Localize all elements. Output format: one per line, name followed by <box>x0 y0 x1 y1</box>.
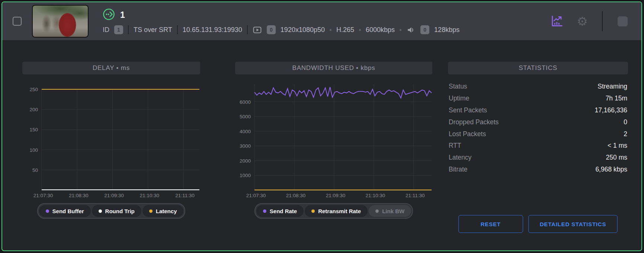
statistics-title: STATISTICS <box>448 62 628 74</box>
legend-item-retransmit-rate[interactable]: Retransmit Rate <box>305 205 368 217</box>
y-tick-label: 2000 <box>240 158 251 164</box>
stat-label: Dropped Packets <box>449 118 499 126</box>
stream-header: 1 ID 1 TS over SRT 10.65.131.93:19930 0 … <box>2 2 641 40</box>
delay-chart-title: DELAY • ms <box>22 62 200 74</box>
y-tick-label: 250 <box>29 87 38 92</box>
stat-value: 17,166,336 <box>595 106 627 114</box>
statistics-chart-button[interactable] <box>549 13 565 29</box>
stat-label: Status <box>449 83 467 90</box>
legend-item-latency[interactable]: Latency <box>142 205 184 217</box>
separator <box>602 11 603 31</box>
legend-label: Round Trip <box>105 208 135 214</box>
stop-stream-button[interactable] <box>615 13 630 29</box>
x-tick-label: 21:07:30 <box>246 193 266 198</box>
legend-dot <box>99 209 102 213</box>
statistics-rows: StatusStreamingUptime7h 15mSent Packets1… <box>448 81 628 175</box>
legend-dot <box>263 209 266 213</box>
dot-separator <box>359 29 361 31</box>
y-tick-label: 6000 <box>240 99 251 105</box>
stat-label: Latency <box>449 154 471 161</box>
legend-item-send-rate[interactable]: Send Rate <box>256 205 304 217</box>
stat-value: 7h 15m <box>606 95 627 102</box>
reset-button[interactable]: RESET <box>458 215 523 233</box>
stat-value: Streaming <box>597 83 627 90</box>
address-label: 10.65.131.93:19930 <box>183 26 242 34</box>
stream-card: 1 ID 1 TS over SRT 10.65.131.93:19930 0 … <box>1 1 642 251</box>
stat-row: Sent Packets17,166,336 <box>449 105 627 116</box>
legend-label: Latency <box>156 208 177 214</box>
y-tick-label: 3000 <box>240 143 251 149</box>
legend-item-send-buffer[interactable]: Send Buffer <box>39 205 91 217</box>
legend-item-link-bw[interactable]: Link BW <box>369 205 411 217</box>
bandwidth-chart-panel: BANDWIDTH USED • kbps 100020003000400050… <box>235 62 432 219</box>
gear-icon: ⚙ <box>577 15 588 28</box>
bandwidth-chart-title: BANDWIDTH USED • kbps <box>235 62 432 74</box>
grid-lines <box>254 84 432 190</box>
stream-info: 1 ID 1 TS over SRT 10.65.131.93:19930 0 … <box>103 8 542 35</box>
statistics-buttons: RESET DETAILED STATISTICS <box>448 215 628 233</box>
stat-label: Bitrate <box>449 166 468 173</box>
stop-icon <box>618 16 628 26</box>
select-checkbox[interactable] <box>13 17 22 26</box>
legend-dot <box>375 209 379 213</box>
video-codec-label: H.265 <box>336 26 354 34</box>
stat-row: Bitrate6,968 kbps <box>449 164 627 176</box>
stat-row: Uptime7h 15m <box>449 93 627 105</box>
audio-track-badge: 0 <box>420 25 429 34</box>
stat-row: Lost Packets2 <box>449 128 627 140</box>
y-tick-label: 100 <box>29 147 38 153</box>
separator <box>247 25 248 34</box>
stat-value: 6,968 kbps <box>595 166 627 173</box>
stat-value: < 1 ms <box>608 142 627 150</box>
stat-label: Uptime <box>449 95 469 102</box>
grid-lines <box>42 89 199 190</box>
x-tick-label: 21:08:30 <box>69 193 89 198</box>
y-tick-label: 150 <box>29 127 38 132</box>
stream-details: DELAY • ms 5010015020025021:07:3021:08:3… <box>2 40 641 251</box>
y-tick-label: 50 <box>32 167 38 173</box>
stat-label: RTT <box>449 142 461 150</box>
video-track-badge: 0 <box>267 25 276 34</box>
legend-dot <box>46 209 49 213</box>
legend-label: Link BW <box>382 208 404 214</box>
stat-row: StatusStreaming <box>449 81 627 93</box>
y-tick-label: 1000 <box>240 173 251 178</box>
stat-row: Latency250 ms <box>449 152 627 164</box>
video-track-icon <box>253 25 262 35</box>
y-tick-label: 200 <box>29 107 38 112</box>
dot-separator <box>400 29 401 31</box>
detailed-statistics-button[interactable]: DETAILED STATISTICS <box>528 215 618 233</box>
stat-row: Dropped Packets0 <box>449 116 627 128</box>
x-tick-label: 21:08:30 <box>286 193 306 198</box>
legend-label: Send Rate <box>270 208 297 214</box>
stat-row: RTT< 1 ms <box>449 140 627 152</box>
legend-item-round-trip[interactable]: Round Trip <box>92 205 141 217</box>
audio-icon <box>406 25 416 35</box>
video-resolution-label: 1920x1080p50 <box>281 26 325 34</box>
header-actions: ⚙ <box>549 11 630 31</box>
x-tick-label: 21:10:30 <box>140 193 160 198</box>
id-badge: 1 <box>114 25 123 34</box>
separator <box>177 25 178 34</box>
legend-dot <box>149 209 153 213</box>
video-thumbnail[interactable] <box>32 5 89 38</box>
audio-bitrate-label: 128kbps <box>434 26 459 34</box>
y-tick-label: 4000 <box>240 129 251 134</box>
stat-value: 250 ms <box>606 154 627 161</box>
x-tick-label: 21:11:30 <box>175 193 195 198</box>
legend-label: Send Buffer <box>52 208 84 214</box>
series-line-send-rate <box>254 87 432 98</box>
bandwidth-chart-legend: Send RateRetransmit RateLink BW <box>254 203 413 219</box>
x-tick-label: 21:07:30 <box>33 193 53 198</box>
stat-label: Sent Packets <box>449 106 487 114</box>
settings-gear-button[interactable]: ⚙ <box>574 13 590 29</box>
stat-value: 0 <box>624 118 627 126</box>
legend-dot <box>311 209 315 213</box>
protocol-label: TS over SRT <box>134 26 172 34</box>
x-tick-label: 21:09:30 <box>326 193 346 198</box>
stream-title: 1 <box>120 10 125 20</box>
legend-label: Retransmit Rate <box>318 208 361 214</box>
stream-metadata: ID 1 TS over SRT 10.65.131.93:19930 0 19… <box>103 25 542 35</box>
streaming-status-icon <box>103 8 115 22</box>
x-tick-label: 21:11:30 <box>406 193 425 198</box>
